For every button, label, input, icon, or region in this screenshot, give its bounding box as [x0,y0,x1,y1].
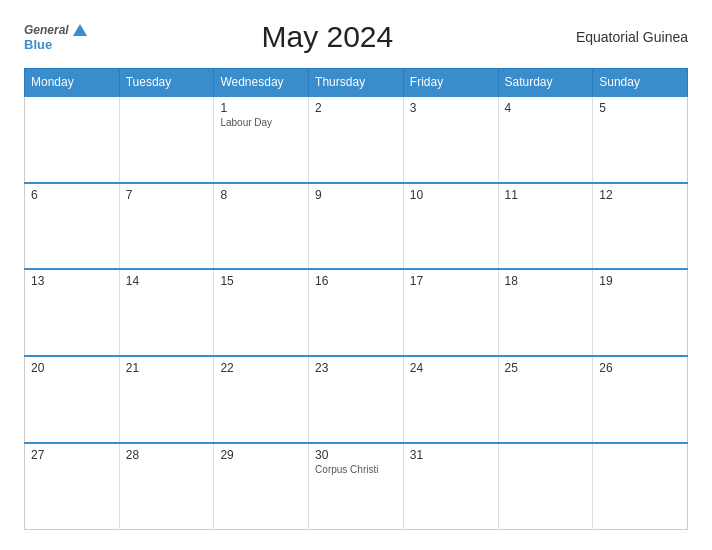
calendar-cell: 12 [593,183,688,270]
day-number: 6 [31,188,113,202]
day-number: 31 [410,448,492,462]
calendar-cell: 9 [309,183,404,270]
calendar-cell [498,443,593,530]
day-number: 15 [220,274,302,288]
weekday-header-monday: Monday [25,69,120,97]
weekday-header-sunday: Sunday [593,69,688,97]
day-number: 10 [410,188,492,202]
calendar-cell: 19 [593,269,688,356]
holiday-label: Labour Day [220,117,302,128]
calendar-cell: 11 [498,183,593,270]
calendar-cell: 18 [498,269,593,356]
calendar-cell: 22 [214,356,309,443]
day-number: 11 [505,188,587,202]
calendar-cell: 10 [403,183,498,270]
calendar-cell: 21 [119,356,214,443]
weekday-header-row: MondayTuesdayWednesdayThursdayFridaySatu… [25,69,688,97]
week-row-2: 6789101112 [25,183,688,270]
logo-general-text: General [24,23,69,37]
calendar-cell: 6 [25,183,120,270]
day-number: 20 [31,361,113,375]
calendar-cell: 17 [403,269,498,356]
day-number: 30 [315,448,397,462]
month-title: May 2024 [87,20,568,54]
day-number: 7 [126,188,208,202]
calendar-cell: 23 [309,356,404,443]
day-number: 19 [599,274,681,288]
weekday-header-tuesday: Tuesday [119,69,214,97]
day-number: 27 [31,448,113,462]
calendar-cell: 30Corpus Christi [309,443,404,530]
calendar-cell: 2 [309,96,404,183]
calendar-cell: 1Labour Day [214,96,309,183]
day-number: 24 [410,361,492,375]
day-number: 3 [410,101,492,115]
day-number: 8 [220,188,302,202]
calendar-cell: 8 [214,183,309,270]
day-number: 17 [410,274,492,288]
calendar-cell: 27 [25,443,120,530]
logo: General Blue [24,23,87,52]
day-number: 29 [220,448,302,462]
day-number: 18 [505,274,587,288]
weekday-header-saturday: Saturday [498,69,593,97]
day-number: 22 [220,361,302,375]
calendar-cell [593,443,688,530]
calendar-cell: 3 [403,96,498,183]
week-row-4: 20212223242526 [25,356,688,443]
day-number: 25 [505,361,587,375]
calendar-cell: 25 [498,356,593,443]
weekday-header-wednesday: Wednesday [214,69,309,97]
calendar-cell: 29 [214,443,309,530]
calendar-cell [25,96,120,183]
calendar-cell: 20 [25,356,120,443]
day-number: 28 [126,448,208,462]
day-number: 14 [126,274,208,288]
day-number: 2 [315,101,397,115]
day-number: 23 [315,361,397,375]
page-header: General Blue May 2024 Equatorial Guinea [24,20,688,54]
calendar-cell: 14 [119,269,214,356]
day-number: 12 [599,188,681,202]
day-number: 26 [599,361,681,375]
day-number: 16 [315,274,397,288]
week-row-5: 27282930Corpus Christi31 [25,443,688,530]
day-number: 5 [599,101,681,115]
week-row-3: 13141516171819 [25,269,688,356]
calendar-cell: 13 [25,269,120,356]
calendar-cell: 4 [498,96,593,183]
logo-blue-text: Blue [24,37,52,52]
day-number: 4 [505,101,587,115]
calendar-cell: 15 [214,269,309,356]
logo-triangle-icon [73,24,87,36]
calendar-cell: 26 [593,356,688,443]
weekday-header-friday: Friday [403,69,498,97]
calendar-cell: 7 [119,183,214,270]
day-number: 1 [220,101,302,115]
calendar-table: MondayTuesdayWednesdayThursdayFridaySatu… [24,68,688,530]
calendar-cell: 31 [403,443,498,530]
calendar-cell: 28 [119,443,214,530]
day-number: 13 [31,274,113,288]
calendar-cell [119,96,214,183]
calendar-cell: 24 [403,356,498,443]
day-number: 9 [315,188,397,202]
weekday-header-thursday: Thursday [309,69,404,97]
week-row-1: 1Labour Day2345 [25,96,688,183]
country-name: Equatorial Guinea [568,29,688,45]
calendar-cell: 5 [593,96,688,183]
calendar-cell: 16 [309,269,404,356]
day-number: 21 [126,361,208,375]
holiday-label: Corpus Christi [315,464,397,475]
